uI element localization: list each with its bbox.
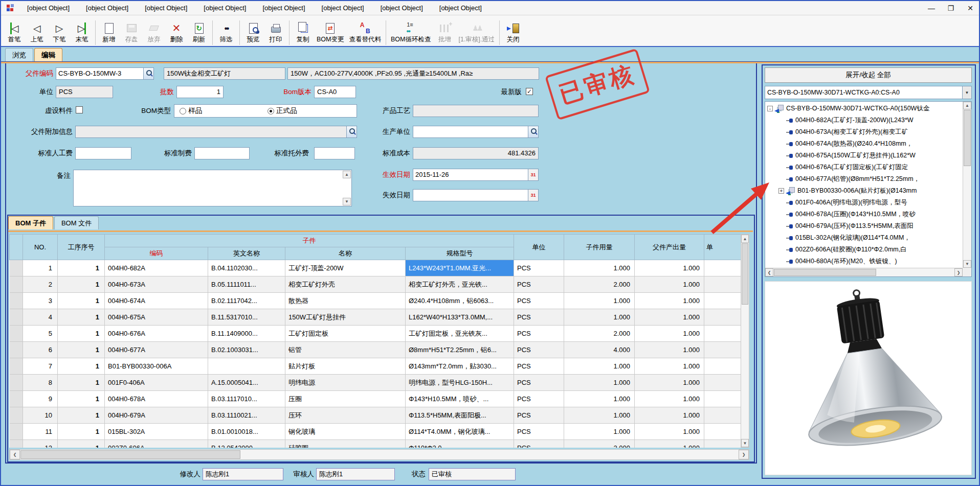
cell-seq[interactable]: 1	[58, 293, 105, 309]
menu-item[interactable]: [object Object]	[381, 4, 423, 12]
cell-no[interactable]: 12	[23, 440, 58, 448]
tree-item[interactable]: 004H0-679A(压环)(Φ113.5*H5MM,表面阳	[778, 220, 963, 232]
cell-spec[interactable]: L162*W40*H133*T3.0MM,...	[406, 309, 514, 326]
restore-button[interactable]: ❐	[946, 4, 955, 12]
cell-no[interactable]: 10	[23, 407, 58, 424]
toolbar-button[interactable]: [1.审核].通过	[456, 16, 497, 45]
status-field[interactable]: 已审核	[429, 468, 516, 480]
cell-eng-name[interactable]: B.05.1111011...	[208, 276, 285, 293]
cell-code[interactable]: 004H0-676A	[105, 326, 208, 342]
cell-code[interactable]: 015BL-302A	[105, 424, 208, 440]
cell-name[interactable]: 铝管	[285, 342, 406, 358]
cell-seq[interactable]: 1	[58, 309, 105, 326]
cell-qty[interactable]: 1.000	[564, 309, 635, 326]
cell-out[interactable]: 1.000	[635, 293, 704, 309]
cell-out[interactable]: 1.000	[635, 424, 704, 440]
batch-field[interactable]: 1	[176, 86, 224, 98]
cell-name[interactable]: 散热器	[285, 293, 406, 309]
toolbar-button[interactable]: 关闭	[502, 16, 524, 45]
cell-spec[interactable]: Ø240.4*H108mm，铝6063...	[406, 293, 514, 309]
cell-spec[interactable]: Ø114*T4.0MM，钢化玻璃...	[406, 424, 514, 440]
cell-out[interactable]: 1.000	[635, 407, 704, 424]
cell-eng-name[interactable]: B.12.0542000...	[208, 440, 285, 448]
tab-bom-files[interactable]: BOM 文件	[54, 216, 99, 229]
cell-out[interactable]: 1.000	[635, 358, 704, 375]
tree-expander[interactable]: +	[778, 188, 784, 194]
cell-no[interactable]: 7	[23, 358, 58, 375]
cell-no[interactable]: 9	[23, 391, 58, 407]
tree-item[interactable]: 002Z0-606A(硅胶圈)(Φ110*Φ2.0mm,白	[778, 244, 963, 256]
cell-unit[interactable]: PCS	[514, 375, 564, 391]
cell-out[interactable]: 1.000	[635, 326, 704, 342]
cell-eng-name[interactable]: B.03.1110021...	[208, 407, 285, 424]
cell-spec[interactable]: 相变工矿灯外壳，亚光铁...	[406, 276, 514, 293]
row-selector[interactable]	[10, 358, 23, 375]
cell-out[interactable]: 1.000	[635, 276, 704, 293]
toolbar-button[interactable]: 刷新	[188, 16, 210, 45]
table-row[interactable]: 1 1 004H0-682A B.04.1102030... 工矿灯-顶盖-20…	[10, 260, 741, 276]
cell-unit[interactable]: PCS	[514, 293, 564, 309]
cell-seq[interactable]: 1	[58, 375, 105, 391]
cell-no[interactable]: 1	[23, 260, 58, 276]
modifier-field[interactable]: 陈志刚1	[203, 468, 283, 480]
row-selector[interactable]	[10, 342, 23, 358]
row-selector[interactable]	[10, 424, 23, 440]
scrollbar-thumb[interactable]	[774, 269, 876, 276]
toolbar-button[interactable]: BOM变更	[314, 16, 346, 45]
toolbar-button[interactable]: 打印	[264, 16, 287, 45]
toolbar-button[interactable]: 复制	[292, 16, 314, 45]
menu-item[interactable]: [object Object]	[145, 4, 187, 12]
row-selector[interactable]	[10, 375, 23, 391]
toolbar-button[interactable]: 首笔	[3, 16, 26, 45]
cell-spec[interactable]: 明纬电源，型号HLG-150H...	[406, 375, 514, 391]
cell-no[interactable]: 6	[23, 342, 58, 358]
scrollbar-thumb[interactable]	[20, 450, 240, 459]
cell-out[interactable]: 1.000	[635, 342, 704, 358]
toolbar-button[interactable]	[239, 20, 240, 45]
table-row[interactable]: 7 1 B01-BYB00330-006A 贴片灯板 Ø143mm*T2.0mm…	[10, 358, 741, 375]
bom-version-combo[interactable]: CS-BYB-O-150MW-30D71-WCTKG-A0:CS-A0 ▼	[765, 86, 972, 99]
cell-unit[interactable]: PCS	[514, 276, 564, 293]
cell-out[interactable]: 1.000	[635, 391, 704, 407]
cell-eng-name[interactable]	[208, 358, 285, 375]
exp-date-calendar-icon[interactable]: 31	[528, 190, 538, 201]
cell-name[interactable]: 硅胶圈	[285, 440, 406, 448]
cell-out[interactable]: 1.000	[635, 440, 704, 448]
tree-vertical-scrollbar[interactable]: ▲ ▼	[963, 102, 971, 268]
cell-qty[interactable]: 1.000	[564, 424, 635, 440]
tree-expander[interactable]: -	[767, 106, 773, 111]
row-selector[interactable]	[10, 407, 23, 424]
cell-eng-name[interactable]: B.04.1102030...	[208, 260, 285, 276]
menu-item[interactable]: [object Object]	[439, 4, 482, 12]
chevron-down-icon[interactable]: ▼	[962, 86, 971, 99]
table-row[interactable]: 5 1 004H0-676A B.11.1409000... 工矿灯固定板 工矿…	[10, 326, 741, 342]
cell-seq[interactable]: 1	[58, 391, 105, 407]
cell-spec[interactable]: Φ113.5*H5MM,表面阳极...	[406, 407, 514, 424]
row-selector[interactable]	[10, 293, 23, 309]
outsource-field[interactable]	[314, 147, 355, 159]
cell-eng-name[interactable]: B.02.1003031...	[208, 342, 285, 358]
cell-no[interactable]: 11	[23, 424, 58, 440]
labor-field[interactable]	[75, 147, 131, 159]
row-selector[interactable]	[10, 391, 23, 407]
tree-item[interactable]: 004H0-682A(工矿灯-顶盖-200W)(L243*W	[778, 114, 963, 126]
cell-no[interactable]: 5	[23, 326, 58, 342]
table-row[interactable]: 3 1 004H0-674A B.02.1117042... 散热器 Ø240.…	[10, 293, 741, 309]
scroll-up-icon[interactable]: ▲	[963, 102, 971, 109]
menu-item[interactable]: [object Object]	[27, 4, 70, 12]
cell-code[interactable]: 004H0-679A	[105, 407, 208, 424]
toolbar-button[interactable]	[386, 20, 386, 45]
scroll-left-icon[interactable]: ❮	[10, 450, 20, 459]
cell-eng-name[interactable]: B.11.5317010...	[208, 309, 285, 326]
cell-code[interactable]: 004H0-682A	[105, 260, 208, 276]
tab-bom-children[interactable]: BOM 子件	[8, 216, 53, 229]
cell-name[interactable]: 明纬电源	[285, 375, 406, 391]
cell-eng-name[interactable]: B.01.0010018...	[208, 424, 285, 440]
cell-out[interactable]: 1.000	[635, 375, 704, 391]
cell-unit[interactable]: PCS	[514, 326, 564, 342]
prod-unit-search-icon[interactable]	[528, 126, 538, 137]
cell-seq[interactable]: 1	[58, 440, 105, 448]
menu-item[interactable]: [object Object]	[204, 4, 246, 12]
cell-code[interactable]: B01-BYB00330-006A	[105, 358, 208, 375]
tree-item[interactable]: 004H0-678A(压圈)(Φ143*H10.5MM，喷砂	[778, 209, 963, 220]
